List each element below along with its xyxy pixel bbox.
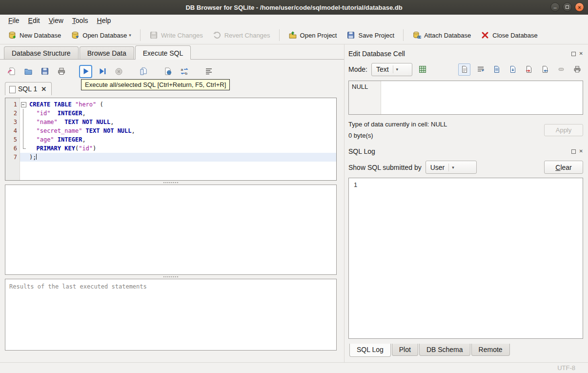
menu-bar: File Edit View Tools Help: [0, 15, 588, 26]
cell-editor-icons: [458, 63, 583, 76]
export-data-button[interactable]: [161, 65, 174, 78]
close-database-icon: [481, 31, 489, 40]
results-placeholder: Results of the last executed statements: [9, 283, 147, 290]
attach-database-button[interactable]: Attach Database: [408, 29, 475, 41]
chevron-down-icon: ▾: [448, 164, 454, 171]
menu-file[interactable]: File: [4, 16, 24, 25]
open-database-button[interactable]: Open Database ▾: [67, 29, 135, 41]
auto-detect-mode-icon: [418, 65, 427, 74]
word-wrap-button[interactable]: [474, 63, 487, 76]
save-file-button[interactable]: [507, 63, 519, 76]
stop-button[interactable]: [112, 65, 125, 78]
import-button[interactable]: [523, 63, 535, 76]
save-project-label: Save Project: [358, 32, 394, 39]
toolbar-separator: [140, 29, 141, 41]
format-sql-icon: [204, 67, 213, 76]
mode-value: Text: [376, 65, 389, 73]
dock-tab-plot[interactable]: Plot: [392, 344, 418, 356]
export-button[interactable]: [539, 63, 551, 76]
menu-edit[interactable]: Edit: [24, 16, 44, 25]
open-project-button[interactable]: Open Project: [284, 29, 341, 41]
tab-execute-sql[interactable]: Execute SQL: [135, 45, 191, 60]
maximize-icon: [566, 5, 569, 9]
close-database-label: Close Database: [492, 32, 538, 39]
print-button[interactable]: [55, 65, 68, 78]
save-sql-file-button[interactable]: [38, 65, 51, 78]
editor-code-column[interactable]: CREATE TABLE "hero" ( "id" INTEGER, "nam…: [27, 98, 336, 180]
revert-changes-label: Revert Changes: [224, 32, 270, 39]
log-filter-select[interactable]: User ▾: [426, 161, 477, 174]
right-dock: Edit Database Cell ✕ Mode: Text ▾: [344, 44, 588, 362]
tooltip: Execute all/selected SQL [Ctrl+Return, F…: [81, 79, 230, 90]
new-tab-button[interactable]: [5, 65, 18, 78]
main-tab-bar: Database Structure Browse Data Execute S…: [0, 44, 344, 60]
execute-all-button[interactable]: [79, 65, 92, 78]
cell-text-area[interactable]: [381, 81, 583, 114]
clear-log-button[interactable]: Clear: [544, 161, 583, 174]
status-bar: UTF-8: [0, 362, 588, 373]
dropdown-caret-icon[interactable]: ▾: [129, 33, 131, 38]
tab-browse-data[interactable]: Browse Data: [80, 46, 134, 59]
splitter-handle[interactable]: [5, 275, 337, 279]
sql-log-area[interactable]: 1: [348, 178, 583, 339]
revert-changes-icon: [213, 31, 222, 40]
close-dock-icon[interactable]: ✕: [579, 149, 583, 154]
editor-fold-column[interactable]: [20, 98, 27, 180]
tab-database-structure[interactable]: Database Structure: [4, 46, 79, 59]
execute-current-line-icon: [99, 67, 106, 75]
open-project-icon: [288, 31, 297, 40]
write-changes-button[interactable]: Write Changes: [145, 29, 207, 41]
minimize-button[interactable]: –: [550, 2, 560, 12]
results-messages[interactable]: Results of the last executed statements: [5, 279, 337, 351]
close-dock-icon[interactable]: ✕: [579, 51, 583, 56]
dock-tab-remote[interactable]: Remote: [471, 344, 510, 356]
save-project-button[interactable]: Save Project: [343, 29, 398, 41]
titlebar[interactable]: DB Browser for SQLite - /home/user/code/…: [0, 0, 588, 15]
menu-tools[interactable]: Tools: [68, 16, 93, 25]
splitter-dots-icon: [163, 276, 178, 277]
save-results-button[interactable]: [137, 65, 150, 78]
set-null-button[interactable]: [555, 63, 567, 76]
close-button[interactable]: ×: [575, 2, 584, 12]
close-tab-icon[interactable]: ✕: [41, 85, 46, 93]
auto-detect-mode-button[interactable]: [416, 63, 429, 76]
new-database-icon: [8, 31, 17, 40]
new-database-button[interactable]: New Database: [4, 29, 65, 41]
mode-select[interactable]: Text ▾: [371, 63, 412, 76]
print-cell-button[interactable]: [571, 63, 583, 76]
dock-tab-bar: SQL Log Plot DB Schema Remote: [348, 344, 583, 362]
main-toolbar: New Database Open Database ▾ Write Chang…: [0, 26, 588, 44]
open-sql-file-button[interactable]: [21, 65, 35, 78]
edit-cell-header: Edit Database Cell ✕: [348, 48, 583, 59]
attach-database-label: Attach Database: [424, 32, 471, 39]
execute-current-line-button[interactable]: [96, 65, 109, 78]
float-dock-icon[interactable]: [571, 52, 576, 56]
sql-editor[interactable]: 1234567 CREATE TABLE "hero" ( "id" INTEG…: [5, 98, 337, 181]
splitter-handle[interactable]: [5, 181, 337, 185]
maximize-button[interactable]: [563, 2, 572, 12]
log-filter-label: Show SQL submitted by: [348, 164, 422, 171]
open-database-icon: [71, 31, 80, 40]
sql-tab-label: SQL 1: [18, 85, 37, 93]
text-mode-button[interactable]: [458, 63, 470, 76]
results-grid[interactable]: [5, 185, 337, 275]
format-sql-button[interactable]: [202, 65, 215, 78]
encoding-indicator: UTF-8: [557, 364, 575, 372]
menu-help[interactable]: Help: [93, 16, 116, 25]
menu-view[interactable]: View: [44, 16, 68, 25]
sql-tab[interactable]: SQL 1 ✕: [5, 82, 52, 95]
find-replace-button[interactable]: a b: [178, 65, 191, 78]
new-tab-icon: [7, 67, 16, 76]
dock-tab-sql-log[interactable]: SQL Log: [349, 344, 391, 357]
write-changes-label: Write Changes: [161, 32, 203, 39]
cell-value-editor[interactable]: NULL: [348, 81, 583, 115]
log-filter-value: User: [430, 164, 445, 171]
apply-button[interactable]: Apply: [544, 124, 583, 136]
revert-changes-button[interactable]: Revert Changes: [209, 29, 274, 41]
dock-tab-db-schema[interactable]: DB Schema: [419, 344, 470, 356]
sql-log-header: SQL Log ✕: [348, 146, 583, 157]
dock-buttons: ✕: [571, 51, 583, 56]
close-database-button[interactable]: Close Database: [477, 29, 542, 41]
open-file-button[interactable]: [490, 63, 503, 76]
float-dock-icon[interactable]: [571, 149, 576, 154]
